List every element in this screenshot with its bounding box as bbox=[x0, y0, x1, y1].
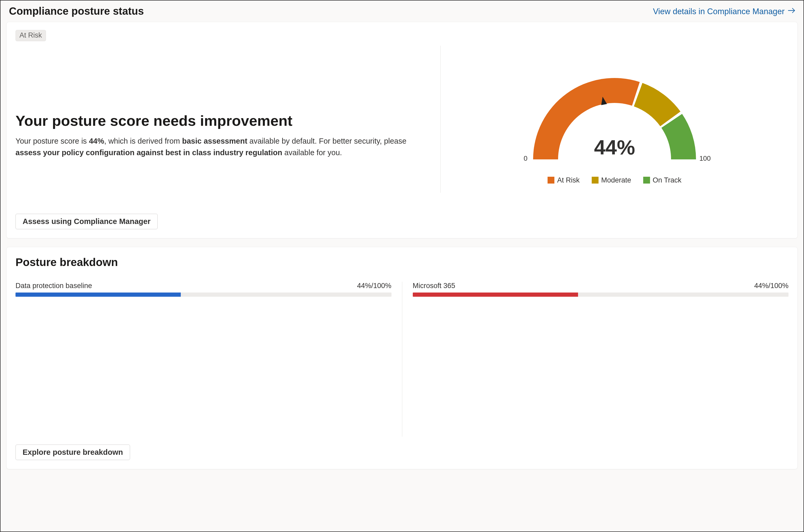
page-title: Compliance posture status bbox=[9, 5, 144, 17]
legend-swatch bbox=[643, 177, 650, 184]
desc-text: Your posture score is bbox=[16, 137, 89, 145]
legend-label: At Risk bbox=[557, 176, 580, 184]
breakdown-col-left: Data protection baseline 44%/100% bbox=[16, 282, 402, 439]
breakdown-bar-fill bbox=[16, 292, 181, 297]
posture-description: Your posture score is 44%, which is deri… bbox=[16, 135, 425, 158]
legend-swatch bbox=[547, 177, 555, 184]
breakdown-title: Posture breakdown bbox=[16, 256, 788, 269]
gauge-value: 44% bbox=[517, 135, 712, 159]
arrow-right-icon bbox=[787, 6, 796, 17]
legend-swatch bbox=[592, 177, 599, 184]
breakdown-item-name: Data protection baseline bbox=[16, 282, 92, 290]
view-details-link[interactable]: View details in Compliance Manager bbox=[653, 6, 796, 17]
legend-label: On Track bbox=[653, 176, 681, 184]
posture-breakdown-card: Posture breakdown Data protection baseli… bbox=[6, 247, 798, 469]
posture-status-left: At Risk Your posture score needs improve… bbox=[16, 30, 441, 203]
legend-label: Moderate bbox=[601, 176, 631, 184]
assess-button[interactable]: Assess using Compliance Manager bbox=[16, 214, 158, 229]
desc-text: , which is derived from bbox=[104, 137, 182, 145]
breakdown-bar-track bbox=[413, 292, 789, 297]
legend-item: At Risk bbox=[547, 176, 580, 184]
desc-score: 44% bbox=[89, 137, 104, 145]
legend-item: Moderate bbox=[592, 176, 631, 184]
desc-assessment: basic assessment bbox=[182, 137, 247, 145]
legend-item: On Track bbox=[643, 176, 681, 184]
desc-text: available for you. bbox=[282, 148, 342, 157]
breakdown-grid: Data protection baseline 44%/100% Micros… bbox=[16, 282, 788, 439]
posture-headline: Your posture score needs improvement bbox=[16, 112, 430, 129]
gauge-chart: 0 100 44% bbox=[517, 65, 712, 175]
breakdown-item-value: 44%/100% bbox=[357, 282, 392, 290]
desc-text: available by default. For better securit… bbox=[247, 137, 407, 145]
status-badge: At Risk bbox=[16, 30, 46, 41]
view-details-label: View details in Compliance Manager bbox=[653, 7, 785, 16]
breakdown-col-right: Microsoft 365 44%/100% bbox=[402, 282, 789, 439]
page-frame: Compliance posture status View details i… bbox=[0, 0, 804, 532]
breakdown-bar-fill bbox=[413, 292, 578, 297]
posture-status-card: At Risk Your posture score needs improve… bbox=[6, 22, 798, 239]
gauge-legend: At RiskModerateOn Track bbox=[547, 176, 681, 184]
desc-action: assess your policy configuration against… bbox=[16, 148, 282, 157]
breakdown-item-value: 44%/100% bbox=[754, 282, 788, 290]
posture-gauge-panel: 0 100 44% At RiskModerateOn Track bbox=[441, 30, 788, 203]
explore-breakdown-button[interactable]: Explore posture breakdown bbox=[16, 444, 130, 460]
breakdown-bar-track bbox=[16, 292, 392, 297]
page-header: Compliance posture status View details i… bbox=[6, 4, 798, 22]
breakdown-item-name: Microsoft 365 bbox=[413, 282, 455, 290]
